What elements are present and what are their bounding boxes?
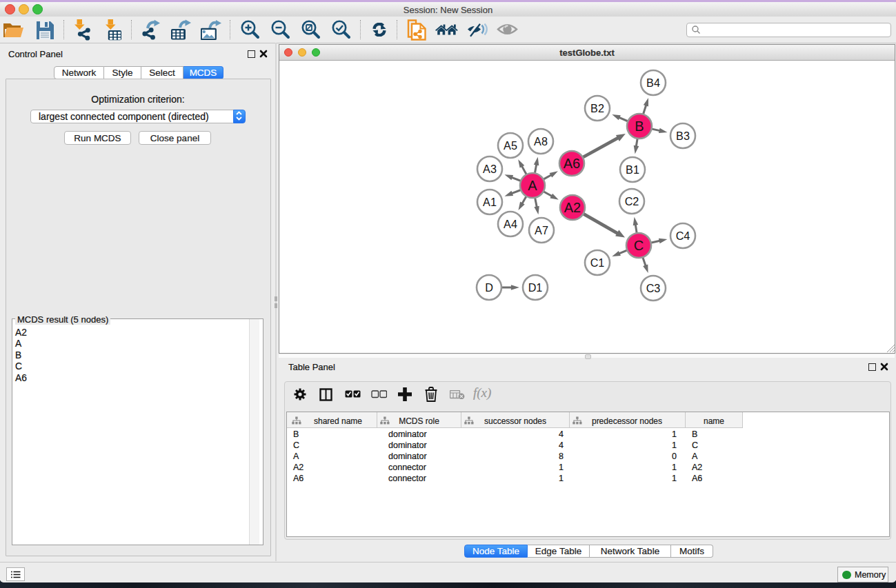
svg-text:A8: A8 <box>534 135 548 148</box>
svg-text:D: D <box>485 281 493 294</box>
svg-text:B4: B4 <box>646 77 660 89</box>
svg-text:A6: A6 <box>564 156 580 171</box>
svg-text:A: A <box>528 178 537 193</box>
svg-text:D1: D1 <box>528 281 543 294</box>
svg-text:C1: C1 <box>590 256 605 269</box>
svg-text:A5: A5 <box>504 139 517 152</box>
svg-text:A1: A1 <box>483 196 497 208</box>
svg-text:C4: C4 <box>676 230 690 242</box>
svg-text:C3: C3 <box>646 282 661 294</box>
svg-text:B1: B1 <box>626 163 639 176</box>
svg-text:A7: A7 <box>535 224 548 236</box>
svg-text:B3: B3 <box>676 130 690 142</box>
svg-text:A3: A3 <box>483 163 497 175</box>
svg-text:A4: A4 <box>504 218 517 230</box>
svg-text:B: B <box>635 119 644 134</box>
svg-text:A2: A2 <box>564 200 581 215</box>
svg-text:B2: B2 <box>590 102 604 114</box>
svg-text:C: C <box>634 238 644 253</box>
svg-text:C2: C2 <box>625 195 639 207</box>
